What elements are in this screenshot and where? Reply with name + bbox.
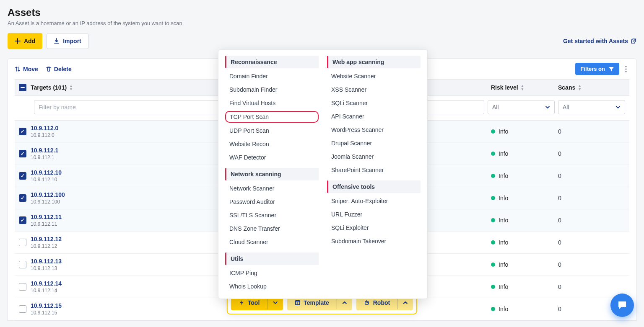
sort-icon: ▲▼ (521, 84, 525, 91)
popover-section-header: Network scanning (225, 168, 319, 180)
popover-item[interactable]: Joomla Scanner (327, 151, 421, 162)
row-checkbox[interactable] (19, 283, 26, 291)
row-scans: 0 (558, 217, 625, 224)
row-risk: Info (491, 173, 558, 179)
row-scans: 0 (558, 195, 625, 201)
row-risk: Info (491, 306, 558, 312)
filters-label: Filters on (580, 66, 605, 72)
popover-section-header: Reconnaissance (225, 56, 319, 68)
row-scans: 0 (558, 283, 625, 290)
row-scans: 0 (558, 173, 625, 179)
row-checkbox[interactable] (19, 128, 26, 135)
popover-item[interactable]: Domain Finder (225, 71, 319, 82)
row-scans: 0 (558, 261, 625, 268)
get-started-link[interactable]: Get started with Assets (563, 38, 636, 44)
row-checkbox[interactable] (19, 194, 26, 202)
popover-item[interactable]: WAF Detector (225, 152, 319, 163)
template-icon (294, 300, 300, 306)
move-label: Move (23, 66, 38, 72)
import-button-label: Import (63, 38, 81, 44)
more-menu-button[interactable] (623, 64, 629, 74)
tool-popover: ReconnaissanceDomain FinderSubdomain Fin… (218, 49, 428, 299)
robot-button-label: Robot (373, 299, 390, 306)
popover-section-header: Utils (225, 252, 319, 265)
popover-item[interactable]: Cloud Scanner (225, 237, 319, 247)
sort-icon: ▲▼ (69, 84, 73, 91)
add-button[interactable]: Add (8, 33, 42, 49)
sort-icon: ▲▼ (578, 84, 582, 91)
risk-dot-icon (491, 152, 495, 156)
bolt-icon (239, 300, 244, 306)
chat-icon (617, 300, 628, 311)
kebab-icon (625, 66, 627, 72)
popover-item[interactable]: Find Virtual Hosts (225, 98, 319, 108)
get-started-label: Get started with Assets (563, 38, 628, 44)
popover-item[interactable]: Website Recon (225, 139, 319, 149)
column-scans[interactable]: Scans ▲▼ (558, 84, 625, 91)
popover-item[interactable]: Subdomain Takeover (327, 236, 421, 247)
popover-item[interactable]: Website Scanner (327, 71, 421, 82)
delete-button[interactable]: Delete (46, 66, 72, 72)
svg-point-6 (367, 302, 368, 303)
svg-point-5 (366, 302, 366, 303)
popover-item[interactable]: SharePoint Scanner (327, 165, 421, 175)
row-risk: Info (491, 261, 558, 268)
popover-item[interactable]: Whois Lookup (225, 281, 319, 292)
chevron-down-icon (545, 105, 550, 110)
delete-label: Delete (54, 66, 72, 72)
download-icon (54, 38, 60, 44)
trash-icon (46, 66, 52, 72)
popover-item[interactable]: TCP Port Scan (225, 111, 319, 123)
row-checkbox[interactable] (19, 216, 26, 224)
row-risk: Info (491, 239, 558, 246)
svg-rect-4 (365, 301, 369, 304)
popover-item[interactable]: URL Fuzzer (327, 209, 421, 220)
select-all-checkbox[interactable] (19, 84, 26, 91)
filter-scans-select[interactable]: All (558, 100, 625, 114)
popover-item[interactable]: XSS Scanner (327, 84, 421, 95)
popover-section-header: Offensive tools (327, 180, 421, 193)
risk-dot-icon (491, 174, 495, 178)
popover-item[interactable]: SQLi Exploiter (327, 222, 421, 233)
risk-dot-icon (491, 307, 495, 311)
popover-item[interactable]: SQLi Scanner (327, 98, 421, 108)
column-risk[interactable]: Risk level ▲▼ (491, 84, 558, 91)
add-button-label: Add (24, 38, 35, 44)
robot-icon (364, 300, 370, 306)
row-checkbox[interactable] (19, 305, 26, 313)
filter-icon (608, 66, 614, 72)
risk-dot-icon (491, 263, 495, 267)
popover-item[interactable]: API Scanner (327, 111, 421, 122)
popover-item[interactable]: SSL/TLS Scanner (225, 210, 319, 221)
row-checkbox[interactable] (19, 150, 26, 157)
popover-item[interactable]: Subdomain Finder (225, 84, 319, 95)
svg-point-1 (625, 68, 626, 70)
filter-risk-select[interactable]: All (488, 100, 555, 114)
filters-toggle[interactable]: Filters on (575, 63, 619, 75)
row-checkbox[interactable] (19, 239, 26, 246)
row-scans: 0 (558, 239, 625, 246)
import-button[interactable]: Import (47, 33, 88, 49)
popover-item[interactable]: Password Auditor (225, 196, 319, 207)
popover-item[interactable]: WordPress Scanner (327, 124, 421, 135)
svg-point-0 (625, 66, 626, 67)
column-risk-label: Risk level (491, 84, 518, 91)
popover-item[interactable]: Network Scanner (225, 183, 319, 194)
popover-item[interactable]: DNS Zone Transfer (225, 223, 319, 234)
plus-icon (15, 38, 21, 44)
template-button-label: Template (304, 299, 329, 306)
row-checkbox[interactable] (19, 172, 26, 180)
popover-item[interactable]: Drupal Scanner (327, 138, 421, 149)
popover-section-header: Web app scanning (327, 56, 421, 68)
page-title: Assets (8, 7, 636, 18)
chat-button[interactable] (610, 294, 634, 317)
row-checkbox[interactable] (19, 261, 26, 268)
risk-dot-icon (491, 196, 495, 200)
popover-item[interactable]: UDP Port Scan (225, 125, 319, 136)
popover-item[interactable]: ICMP Ping (225, 268, 319, 278)
popover-item[interactable]: Sniper: Auto-Exploiter (327, 196, 421, 206)
tool-button-label: Tool (248, 299, 260, 306)
move-icon (15, 66, 21, 72)
risk-dot-icon (491, 218, 495, 222)
move-button[interactable]: Move (15, 66, 38, 72)
